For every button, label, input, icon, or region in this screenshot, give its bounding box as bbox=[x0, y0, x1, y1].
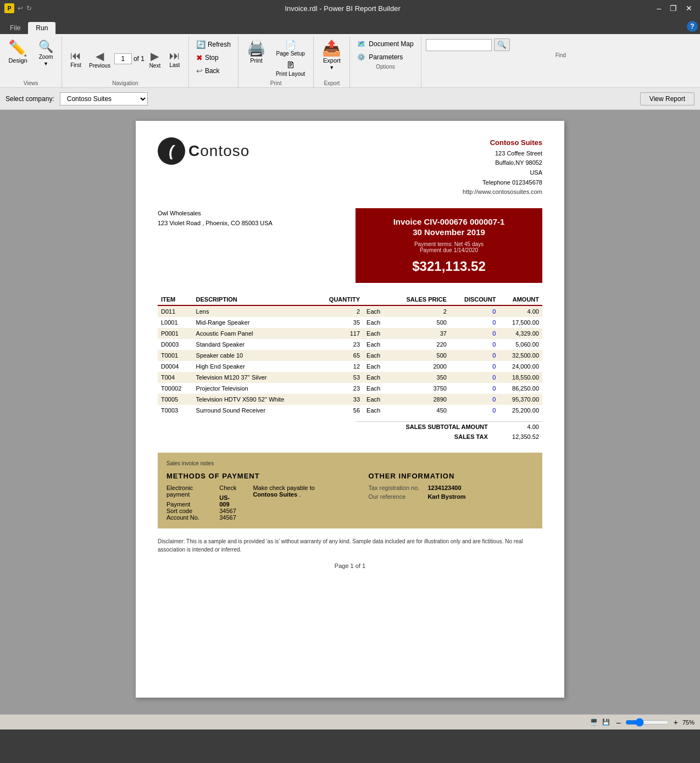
cell-qty: 23 bbox=[315, 339, 363, 350]
logo-text: Contoso bbox=[188, 142, 249, 160]
cell-discount: 0 bbox=[450, 394, 499, 405]
last-button[interactable]: ⏭ Last bbox=[165, 47, 184, 70]
report-area: ( Contoso Contoso Suites 123 Coffee Stre… bbox=[0, 110, 700, 714]
report-page: ( Contoso Contoso Suites 123 Coffee Stre… bbox=[136, 121, 564, 698]
table-header-row: ITEM DESCRIPTION QUANTITY SALES PRICE DI… bbox=[158, 294, 542, 305]
cell-discount: 0 bbox=[450, 305, 499, 317]
cell-description: Acoustic Foam Panel bbox=[193, 328, 315, 339]
cell-discount: 0 bbox=[450, 350, 499, 361]
company-address: Contoso Suites 123 Coffee Street Buffalo… bbox=[463, 137, 542, 197]
document-map-button[interactable]: 🗺️ Document Map bbox=[354, 38, 416, 49]
restore-button[interactable]: ❐ bbox=[666, 3, 680, 14]
logo-circle: ( bbox=[158, 137, 185, 165]
page-setup-label: Page Setup bbox=[276, 51, 305, 57]
print-sub-col: 📄 Page Setup 🖹 Print Layout bbox=[272, 38, 309, 79]
ribbon-group-find: 🔍 Find bbox=[421, 36, 700, 87]
cell-item: D011 bbox=[158, 305, 193, 317]
tab-run[interactable]: Run bbox=[28, 22, 55, 34]
cell-qty: 33 bbox=[315, 394, 363, 405]
cell-description: High End Speaker bbox=[193, 361, 315, 372]
sort-value-row: 34567 bbox=[219, 508, 236, 514]
view-report-button[interactable]: View Report bbox=[640, 92, 695, 105]
ribbon-group-export: 📤 Export ▼ Export bbox=[314, 36, 350, 87]
tax-value: 12,350.52 bbox=[491, 432, 542, 442]
design-button[interactable]: ✏️ Design bbox=[4, 38, 31, 66]
tab-bar: File Run ? bbox=[0, 16, 700, 34]
print-button[interactable]: 🖨️ Print bbox=[243, 38, 270, 66]
invoice-table-body: D011Lens2Each204.00L0001Mid-Range Speake… bbox=[158, 305, 542, 416]
methods-section: METHODS OF PAYMENT Electronic payment Pa… bbox=[166, 472, 332, 521]
page-setup-button[interactable]: 📄 Page Setup bbox=[273, 38, 309, 59]
minimize-button[interactable]: – bbox=[653, 3, 664, 14]
zoom-out-button[interactable]: – bbox=[614, 717, 623, 728]
find-content: 🔍 bbox=[426, 38, 696, 51]
next-button[interactable]: ▶ Next bbox=[146, 47, 164, 71]
help-button[interactable]: ? bbox=[687, 21, 698, 32]
refresh-label: Refresh bbox=[208, 41, 231, 48]
zoom-in-button[interactable]: + bbox=[671, 717, 680, 728]
company-name-header: Contoso Suites bbox=[463, 137, 542, 149]
cell-price: 350 bbox=[390, 372, 450, 383]
find-search-button[interactable]: 🔍 bbox=[494, 38, 510, 51]
nav-content: ⏮ First ◀ Previous of 1 ▶ Next ⏭ Last bbox=[66, 38, 184, 79]
cell-price: 500 bbox=[390, 350, 450, 361]
invoice-box: Invoice CIV-000676 000007-1 30 November … bbox=[355, 208, 542, 283]
page-setup-icon: 📄 bbox=[285, 41, 296, 49]
options-group-label: Options bbox=[354, 64, 416, 70]
zoom-control: – + 75% bbox=[614, 717, 695, 728]
document-map-icon: 🗺️ bbox=[357, 40, 365, 48]
cell-qty: 56 bbox=[315, 405, 363, 416]
cell-item: P0001 bbox=[158, 328, 193, 339]
find-input[interactable] bbox=[426, 39, 492, 51]
company-select[interactable]: Contoso Suites Adventure Works Northwind bbox=[60, 92, 148, 105]
cell-qty: 2 bbox=[315, 305, 363, 317]
table-row: P0001Acoustic Foam Panel117Each3704,329.… bbox=[158, 328, 542, 339]
zoom-level: 75% bbox=[682, 719, 695, 726]
payment-row: Payment bbox=[166, 501, 203, 508]
print-layout-button[interactable]: 🖹 Print Layout bbox=[272, 59, 309, 79]
parameters-button[interactable]: ⚙️ Parameters bbox=[354, 52, 416, 63]
payment-value-row: US-009 bbox=[219, 494, 236, 508]
totals-table: SALES SUBTOTAL AMOUNT 4.00 SALES TAX 12,… bbox=[355, 421, 542, 442]
title-bar: P ↩ ↻ Invoice.rdl - Power BI Report Buil… bbox=[0, 0, 700, 16]
export-button[interactable]: 📤 Export ▼ bbox=[318, 38, 345, 73]
tab-file[interactable]: File bbox=[2, 22, 28, 34]
cell-item: T0005 bbox=[158, 394, 193, 405]
bill-to: Owl Wholesales 123 Violet Road , Phoenix… bbox=[158, 208, 273, 229]
table-row: T0003Surround Sound Receiver56Each450025… bbox=[158, 405, 542, 416]
company-bar: Select company: Contoso Suites Adventure… bbox=[0, 88, 700, 110]
table-row: T004Television M120 37'' Silver53Each350… bbox=[158, 372, 542, 383]
stop-button[interactable]: ✖ Stop bbox=[193, 52, 234, 64]
cell-price: 2000 bbox=[390, 361, 450, 372]
cell-item: T0003 bbox=[158, 405, 193, 416]
page-number-input[interactable] bbox=[114, 53, 132, 64]
page-number: Page 1 of 1 bbox=[158, 562, 542, 569]
zoom-slider[interactable] bbox=[625, 718, 669, 727]
invoice-due: Payment due 1/14/2020 bbox=[366, 247, 531, 253]
cell-discount: 0 bbox=[450, 328, 499, 339]
electronic-label: Electronic payment bbox=[166, 484, 203, 498]
cell-amount: 5,060.00 bbox=[499, 339, 542, 350]
cell-amount: 25,200.00 bbox=[499, 405, 542, 416]
cell-unit: Each bbox=[363, 405, 390, 416]
disclaimer: Disclaimer: This is a sample and is prov… bbox=[158, 537, 542, 554]
cell-discount: 0 bbox=[450, 339, 499, 350]
cell-description: Television HDTV X590 52'' White bbox=[193, 394, 315, 405]
other-info-heading: OTHER INFORMATION bbox=[368, 472, 534, 480]
company-address-line1: 123 Coffee Street bbox=[463, 149, 542, 159]
previous-button[interactable]: ◀ Previous bbox=[86, 47, 113, 71]
refresh-button[interactable]: 🔄 Refresh bbox=[193, 38, 234, 51]
export-label: Export bbox=[323, 57, 341, 64]
zoom-button[interactable]: 🔍 Zoom ▼ bbox=[35, 38, 57, 69]
payment-label: Payment bbox=[166, 501, 190, 508]
back-button[interactable]: ↩ Back bbox=[193, 65, 234, 77]
tax-label: SALES TAX bbox=[355, 432, 491, 442]
our-ref-row: Our reference Karl Bystrom bbox=[368, 493, 534, 500]
close-button[interactable]: ✕ bbox=[682, 3, 696, 14]
make-check-text: Make check payable to bbox=[253, 484, 315, 491]
first-icon: ⏮ bbox=[70, 49, 81, 62]
cell-description: Mid-Range Speaker bbox=[193, 317, 315, 328]
export-content: 📤 Export ▼ bbox=[318, 38, 345, 79]
first-button[interactable]: ⏮ First bbox=[66, 47, 85, 70]
table-row: D0003Standard Speaker23Each22005,060.00 bbox=[158, 339, 542, 350]
